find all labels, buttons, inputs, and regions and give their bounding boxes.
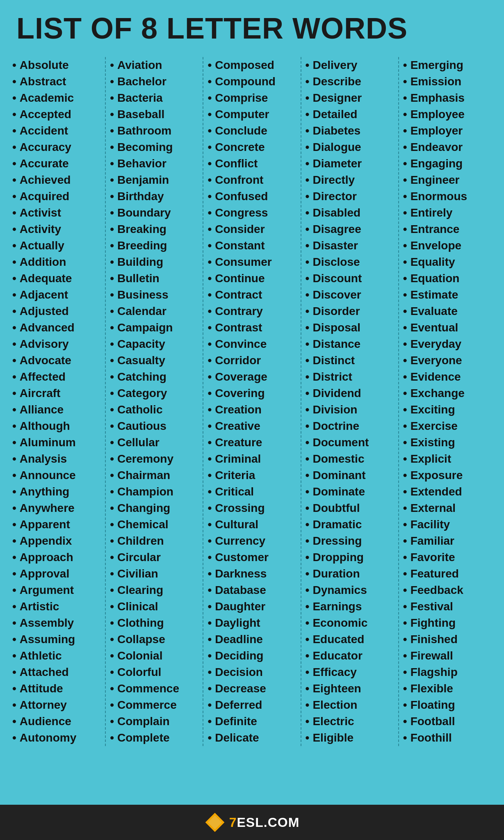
word-text: Customer [215,551,269,564]
word-text: Deciding [215,649,263,662]
word-text: Aircraft [20,387,61,400]
list-item: Activity [12,221,101,237]
title-area: LIST OF 8 LETTER WORDS [0,0,504,53]
list-item: Duration [306,566,394,582]
word-text: Dropping [312,551,363,564]
list-item: Complete [110,730,198,746]
word-text: Champion [117,485,173,498]
list-item: Assembly [12,615,101,631]
word-text: Boundary [117,206,171,219]
list-item: Champion [110,484,198,500]
word-text: Educator [312,649,362,662]
list-item: Advanced [12,320,101,336]
list-item: Baseball [110,106,198,123]
word-text: Affected [20,370,66,383]
list-item: Engaging [403,155,492,172]
logo-icon [205,812,225,833]
word-text: Equation [410,272,460,285]
word-text: Everyone [410,354,462,367]
list-item: Delivery [306,57,394,73]
word-text: Argument [20,584,74,597]
list-item: Confront [208,172,296,188]
list-item: Existing [403,434,492,451]
word-text: Comprise [215,91,268,105]
list-item: Eighteen [306,680,394,697]
word-text: Abstract [20,75,66,88]
word-text: Appendix [20,534,72,548]
word-text: Addition [20,256,66,269]
list-item: Dynamics [306,582,394,598]
list-item: Changing [110,500,198,516]
list-item: Finished [403,631,492,648]
list-item: Clothing [110,615,198,631]
word-text: Discount [312,272,362,285]
word-text: Congress [215,206,268,219]
list-item: Birthday [110,188,198,205]
word-text: Crossing [215,502,265,515]
list-item: Audience [12,713,101,730]
word-text: Anywhere [20,502,75,515]
word-text: Adjusted [20,305,69,318]
list-item: Creative [208,418,296,434]
list-item: Catholic [110,402,198,418]
list-item: Complain [110,713,198,730]
word-text: Alliance [20,403,64,416]
word-text: Disclose [312,256,360,269]
word-text: Doubtful [312,502,360,515]
list-item: Chairman [110,467,198,484]
list-item: Envelope [403,237,492,254]
word-text: Concrete [215,141,265,154]
list-item: Director [306,188,394,205]
list-item: Affected [12,369,101,385]
list-item: Addition [12,254,101,270]
list-item: Extended [403,484,492,500]
word-text: Employer [410,124,463,137]
list-item: Adjacent [12,287,101,303]
columns-wrapper: AbsoluteAbstractAcademicAcceptedAccident… [8,57,496,746]
word-text: Behavior [117,157,166,170]
list-item: Detailed [306,106,394,123]
list-item: Criminal [208,451,296,467]
word-text: Adjacent [20,288,68,301]
list-item: Domestic [306,451,394,467]
list-item: Dramatic [306,516,394,533]
word-text: Division [312,403,357,416]
word-text: Disposal [312,321,360,334]
list-item: Disagree [306,221,394,237]
list-item: Catching [110,369,198,385]
list-item: Describe [306,73,394,90]
word-text: Delicate [215,731,259,744]
word-text: Attorney [20,698,67,712]
word-text: Children [117,534,164,548]
list-item: Explicit [403,451,492,467]
list-item: Disposal [306,320,394,336]
word-text: Calendar [117,305,166,318]
word-list-1: AbsoluteAbstractAcademicAcceptedAccident… [12,57,101,746]
list-item: Actually [12,237,101,254]
list-item: Distance [306,336,394,352]
list-item: Apparent [12,516,101,533]
word-text: Commerce [117,698,177,712]
list-item: Database [208,582,296,598]
list-item: Behavior [110,155,198,172]
list-item: Coverage [208,369,296,385]
list-item: Comprise [208,90,296,106]
column-3: ComposedCompoundCompriseComputerConclude… [203,57,301,746]
list-item: Appendix [12,533,101,549]
list-item: Disclose [306,254,394,270]
word-text: Benjamin [117,173,169,187]
list-item: Dividend [306,385,394,402]
word-text: Announce [20,469,76,482]
word-text: Firewall [410,649,453,662]
word-text: Doctrine [312,420,359,433]
word-text: Disorder [312,305,360,318]
word-text: Emission [410,75,461,88]
word-text: Coverage [215,370,267,383]
list-item: Doctrine [306,418,394,434]
list-item: Bacteria [110,90,198,106]
list-item: Accident [12,123,101,139]
list-item: Cellular [110,434,198,451]
list-item: Becoming [110,139,198,155]
word-text: Advanced [20,321,75,334]
word-text: Daughter [215,600,265,613]
